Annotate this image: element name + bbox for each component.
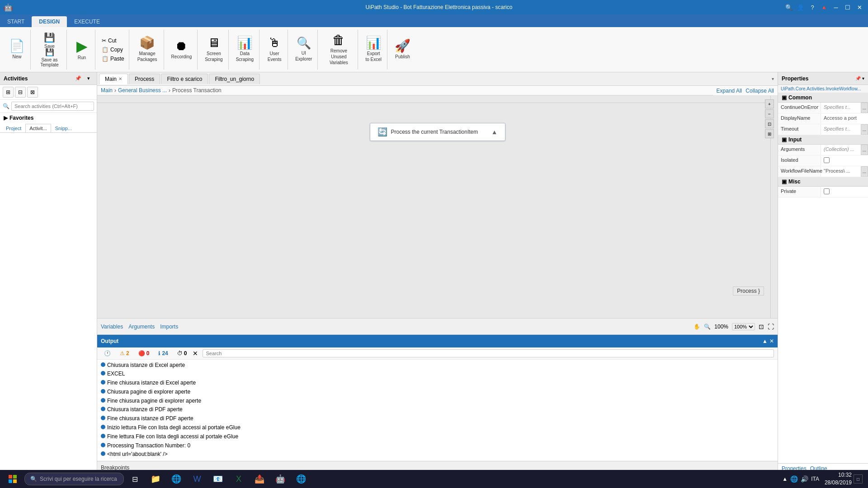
user-events-button[interactable]: 🖱 UserEvents	[263, 32, 286, 68]
expand-btn[interactable]: 🔺	[819, 2, 829, 12]
recording-button[interactable]: ⏺ Recording	[168, 32, 196, 68]
breadcrumb-general[interactable]: General Business ...	[118, 87, 167, 94]
tray-network[interactable]: 🌐	[790, 475, 798, 483]
taskbar-word[interactable]: W	[187, 471, 207, 487]
pan-tool-icon[interactable]: 🔍	[704, 324, 711, 330]
screen-scraping-button[interactable]: 🖥 ScreenScraping	[201, 32, 226, 68]
canvas-scrollbar-h[interactable]	[97, 96, 770, 103]
taskbar-clock[interactable]: 10:32 28/08/2019	[825, 471, 852, 487]
warning-filter-btn[interactable]: ⚠ 2	[117, 349, 132, 358]
prop-value-isolated[interactable]	[821, 155, 868, 166]
export-excel-button[interactable]: 📊 Exportto Excel	[362, 32, 385, 68]
workflow-tab-filtro-giorno[interactable]: Filtro_un_giorno	[209, 74, 260, 84]
canvas-fit[interactable]: ⊡	[765, 119, 774, 128]
hand-tool-icon[interactable]: ✋	[693, 324, 700, 330]
canvas-area[interactable]: 🔄 Process the current TransactionItem ▲ …	[97, 96, 778, 318]
tray-arrow[interactable]: ▲	[782, 476, 788, 482]
workflow-tab-filtro[interactable]: Filtro e scarico	[161, 74, 208, 84]
prop-value-private[interactable]	[821, 187, 868, 197]
user-btn[interactable]: 👤	[796, 2, 806, 12]
workflow-tab-process[interactable]: Process	[129, 74, 160, 84]
save-template-button[interactable]: 💾 Save as Template	[33, 50, 66, 66]
taskbar-outlook[interactable]: 📧	[208, 471, 228, 487]
properties-menu-btn[interactable]: ▾	[862, 76, 864, 81]
fit-screen-btn[interactable]: ⊡	[759, 323, 764, 330]
run-button[interactable]: ▶ Run	[71, 32, 93, 68]
tab-start[interactable]: START	[0, 16, 32, 27]
prop-btn-arguments[interactable]: …	[861, 145, 868, 155]
debug-filter-btn[interactable]: ⏱ 0	[174, 349, 190, 358]
window-controls[interactable]: 🔍 👤 ? 🔺 ─ ☐ ✕	[784, 2, 864, 12]
remove-unused-button[interactable]: 🗑 Remove UnusedVariables	[321, 32, 356, 68]
help-btn[interactable]: ?	[807, 2, 817, 12]
manage-packages-button[interactable]: 📦 ManagePackages	[134, 32, 161, 68]
prop-section-common[interactable]: ▣ Common	[778, 93, 868, 103]
ui-explorer-button[interactable]: 🔍 UIExplorer	[292, 32, 316, 68]
prop-btn-continue[interactable]: …	[861, 103, 868, 113]
prop-value-arguments[interactable]: (Collection) ...	[821, 145, 861, 155]
search-input[interactable]	[11, 102, 94, 111]
breadcrumb-main[interactable]: Main	[101, 87, 113, 94]
taskbar-ie[interactable]: 🌐	[291, 471, 311, 487]
favorites-section[interactable]: ▶ Favorites	[0, 113, 97, 123]
zoom-select[interactable]: 100% 75% 50% 125% 150%	[732, 323, 755, 330]
panel-menu-btn[interactable]: ▾	[84, 74, 93, 83]
prop-btn-workflow[interactable]: …	[861, 166, 868, 177]
private-checkbox[interactable]	[824, 188, 830, 194]
new-button[interactable]: 📄 New	[5, 32, 28, 68]
save-button[interactable]: 💾 Save	[38, 33, 61, 49]
imports-tab[interactable]: Imports	[160, 324, 178, 330]
panel-pin-btn[interactable]: 📌	[74, 74, 83, 83]
taskbar-excel[interactable]: X	[229, 471, 249, 487]
minimize-btn[interactable]: ─	[831, 2, 841, 12]
start-button[interactable]	[2, 471, 24, 487]
prop-value-display[interactable]: Accesso a port	[821, 113, 868, 124]
error-filter-btn[interactable]: 🔴 0	[135, 349, 153, 358]
isolated-checkbox[interactable]	[824, 157, 830, 163]
prop-value-timeout[interactable]: Specifies t...	[821, 124, 861, 135]
process-box-collapse[interactable]: ▲	[491, 128, 498, 136]
output-close-btn[interactable]: ✕	[769, 338, 774, 344]
taskbar-file-explorer[interactable]: 📁	[146, 471, 165, 487]
prop-section-input[interactable]: ▣ Input	[778, 135, 868, 145]
prop-value-workflow-filename[interactable]: "Process\ ...	[821, 166, 861, 177]
panel-tab-snippets[interactable]: Snipp...	[51, 124, 76, 132]
workflow-tab-main[interactable]: Main ✕	[99, 74, 128, 84]
canvas-grid[interactable]: ⊞	[765, 129, 774, 138]
taskbar-chrome[interactable]: 🌐	[166, 471, 186, 487]
tray-volume[interactable]: 🔊	[801, 475, 808, 483]
panel-tab-project[interactable]: Project	[2, 124, 25, 132]
taskbar-filezilla[interactable]: 📤	[250, 471, 269, 487]
prop-section-misc[interactable]: ▣ Misc	[778, 177, 868, 187]
expand-all-icon-btn[interactable]: ⊞	[3, 87, 14, 98]
canvas-zoom-in[interactable]: +	[765, 99, 774, 108]
tab-execute[interactable]: EXECUTE	[67, 16, 107, 27]
collapse-all-icon-btn[interactable]: ⊟	[15, 87, 26, 98]
clear-output-btn[interactable]: ✕	[193, 350, 198, 357]
arguments-tab[interactable]: Arguments	[128, 324, 155, 330]
canvas-zoom-out[interactable]: −	[765, 109, 774, 118]
prop-btn-timeout[interactable]: …	[861, 124, 868, 135]
taskbar-search[interactable]: 🔍 Scrivi qui per eseguire la ricerca	[24, 473, 124, 485]
workflow-tab-main-close[interactable]: ✕	[118, 76, 122, 81]
copy-button[interactable]: 📋 Copy	[100, 46, 126, 54]
workflow-tab-dropdown[interactable]: ▾	[770, 75, 776, 83]
info-filter-btn[interactable]: ℹ 24	[155, 349, 171, 358]
collapse-all-btn[interactable]: Collapse All	[745, 88, 774, 94]
publish-button[interactable]: 🚀 Publish	[391, 32, 414, 68]
taskbar-uipath[interactable]: 🤖	[270, 471, 290, 487]
variables-tab[interactable]: Variables	[101, 324, 123, 330]
refresh-icon-btn[interactable]: ⊠	[27, 87, 38, 98]
paste-button[interactable]: 📋 Paste	[100, 55, 126, 63]
properties-pin-btn[interactable]: 📌	[855, 76, 861, 81]
output-expand-btn[interactable]: ▲	[762, 338, 768, 344]
taskbar-task-view[interactable]: ⊟	[125, 471, 145, 487]
expand-all-btn[interactable]: Expand All	[717, 88, 742, 94]
close-btn[interactable]: ✕	[854, 2, 864, 12]
panel-tab-activities[interactable]: Activit...	[25, 124, 51, 132]
taskbar-notify[interactable]: □	[854, 474, 863, 483]
cut-button[interactable]: ✂ Cut	[100, 37, 126, 45]
tab-design[interactable]: DESIGN	[32, 16, 67, 27]
prop-value-continue[interactable]: Specifies t...	[821, 103, 861, 113]
search-btn[interactable]: 🔍	[784, 2, 794, 12]
